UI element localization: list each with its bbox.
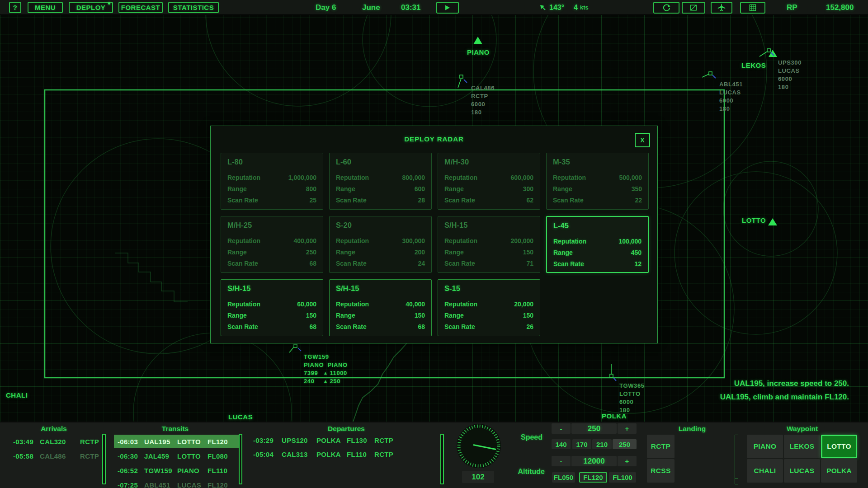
transit-strip-selected[interactable]: -06:03 UAL195 LOTTO FL120 xyxy=(114,435,240,448)
strip-callsign: CAL313 xyxy=(282,450,310,458)
arrival-strip[interactable]: -03:49 CAL320 RCTP xyxy=(13,435,101,448)
stat-value: 60,000 xyxy=(297,300,316,308)
speed-decrease-button[interactable]: - xyxy=(552,423,571,434)
radar-card-sh15a[interactable]: S/H-15 Reputation200,000 Range150 Scan R… xyxy=(438,216,540,273)
radar-name: M/H-25 xyxy=(227,221,316,230)
reputation-points-label: RP xyxy=(787,0,797,15)
speed-value: 250 xyxy=(571,423,617,434)
transit-strip[interactable]: -06:30 JAL459 LOTTO FL080 xyxy=(114,449,240,463)
arrivals-scrollbar[interactable] xyxy=(102,434,106,484)
radar-card-mh30[interactable]: M/H-30 Reputation600,000 Range300 Scan R… xyxy=(438,153,540,210)
datablock-speed: 180 xyxy=(619,406,645,414)
radar-name: S/H-15 xyxy=(336,284,425,293)
reputation-points-value: 152,800 xyxy=(826,0,854,15)
stat-label: Reputation xyxy=(336,174,369,181)
landing-header: Landing xyxy=(647,425,737,433)
stat-value: 450 xyxy=(631,249,642,256)
waypoint-button-piano[interactable]: PIANO xyxy=(747,435,783,458)
aircraft-list-toggle-button[interactable] xyxy=(711,2,732,14)
stat-label: Range xyxy=(227,312,247,319)
datablock-cal486[interactable]: CAL486 RCTP 6000 180 xyxy=(471,84,495,117)
radar-card-s20[interactable]: S-20 Reputation300,000 Range200 Scan Rat… xyxy=(329,216,432,273)
datablock-tgw365[interactable]: TGW365 LOTTO 6000 180 xyxy=(619,382,645,414)
help-button[interactable]: ? xyxy=(9,2,21,13)
menu-button[interactable]: MENU xyxy=(28,2,63,13)
climb-arrow-icon: ▲ xyxy=(323,369,328,377)
stat-value: 68 xyxy=(418,323,425,330)
datablock-callsign: UPS300 xyxy=(778,59,802,67)
radar-card-mh25[interactable]: M/H-25 Reputation400,000 Range250 Scan R… xyxy=(221,216,323,273)
stat-label: Reputation xyxy=(227,300,260,308)
waypoint-button-polka[interactable]: POLKA xyxy=(821,459,857,483)
waypoint-label-lekos: LEKOS xyxy=(741,61,766,69)
speed-increase-button[interactable]: + xyxy=(618,423,637,434)
radar-sweep-toggle-button[interactable] xyxy=(653,2,679,14)
heading-compass[interactable] xyxy=(456,423,501,469)
sector-view-toggle-button[interactable] xyxy=(682,2,705,14)
strip-fl: FL080 xyxy=(208,452,229,460)
arrival-strip[interactable]: -05:58 CAL486 RCTP xyxy=(13,449,101,463)
datablock-dest: LUCAS xyxy=(719,89,743,97)
stat-label: Reputation xyxy=(227,174,260,181)
radar-card-l45[interactable]: L-45 Reputation100,000 Range450 Scan Rat… xyxy=(546,216,649,273)
waypoint-button-lekos[interactable]: LEKOS xyxy=(784,435,820,458)
close-dialog-button[interactable]: X xyxy=(635,133,650,147)
stat-label: Range xyxy=(227,249,247,256)
speed-preset-140[interactable]: 140 xyxy=(552,439,571,449)
radar-card-sh15b[interactable]: S/H-15 Reputation60,000 Range150 Scan Ra… xyxy=(221,279,323,336)
radar-name: S-20 xyxy=(336,221,425,230)
datablock-altitude-row: 7399 ▲ 11000 xyxy=(304,369,348,377)
datablock-ups300[interactable]: UPS300 LUCAS 6000 180 xyxy=(778,59,802,91)
altitude-preset-fl050[interactable]: FL050 xyxy=(552,472,575,483)
grid-toggle-button[interactable] xyxy=(740,2,765,14)
strip-time: -07:25 xyxy=(118,481,138,488)
transit-strip[interactable]: -07:25 ABL451 LUCAS FL120 xyxy=(114,478,240,488)
transits-scrollbar[interactable] xyxy=(239,434,242,484)
speed-preset-210[interactable]: 210 xyxy=(592,439,612,449)
altitude-preset-fl120-selected[interactable]: FL120 xyxy=(579,472,607,483)
stat-label: Range xyxy=(336,185,355,192)
speed-preset-170[interactable]: 170 xyxy=(572,439,591,449)
datablock-abl451[interactable]: ABL451 LUCAS 6000 180 xyxy=(719,80,743,113)
departure-strip[interactable]: -03:29 UPS120 POLKA FL130 RCTP xyxy=(251,434,401,446)
datablock-tgw159[interactable]: TGW159 PIANO PIANO 7399 ▲ 11000 240 ▲ 25… xyxy=(304,353,348,385)
altitude-preset-fl100[interactable]: FL100 xyxy=(609,472,636,483)
stat-label: Range xyxy=(553,249,573,256)
waypoint-button-chali[interactable]: CHALI xyxy=(747,459,783,483)
landing-button-rcss[interactable]: RCSS xyxy=(647,459,675,483)
stat-label: Reputation xyxy=(227,237,260,244)
stat-value: 24 xyxy=(418,260,425,267)
strip-callsign: JAL459 xyxy=(144,452,171,460)
stat-label: Scan Rate xyxy=(227,260,258,267)
altitude-decrease-button[interactable]: - xyxy=(552,456,571,466)
waypoint-button-lotto-selected[interactable]: LOTTO xyxy=(821,435,857,458)
deploy-radar-dialog: DEPLOY RADAR X L-80 Reputation1,000,000 … xyxy=(210,126,658,343)
forecast-button[interactable]: FORECAST xyxy=(118,2,163,13)
stat-value: 1,000,000 xyxy=(288,174,316,181)
datablock-altitude: 6000 xyxy=(619,398,645,406)
stat-label: Scan Rate xyxy=(444,197,475,204)
deploy-button[interactable]: DEPLOY xyxy=(69,2,113,13)
radar-card-m35[interactable]: M-35 Reputation500,000 Range350 Scan Rat… xyxy=(546,153,649,210)
panel-scrollbar[interactable] xyxy=(735,435,738,484)
waypoint-header: Waypoint xyxy=(747,425,858,433)
landing-button-rctp[interactable]: RCTP xyxy=(647,435,675,458)
radar-card-l80[interactable]: L-80 Reputation1,000,000 Range800 Scan R… xyxy=(221,153,323,210)
radar-card-l60[interactable]: L-60 Reputation800,000 Range600 Scan Rat… xyxy=(329,153,432,210)
transits-header: Transits xyxy=(111,425,240,433)
waypoint-button-lucas[interactable]: LUCAS xyxy=(784,459,820,483)
radar-card-sh15c[interactable]: S/H-15 Reputation40,000 Range150 Scan Ra… xyxy=(329,279,432,336)
altitude-increase-button[interactable]: + xyxy=(618,456,637,466)
speed-preset-250-selected[interactable]: 250 xyxy=(613,439,637,449)
play-pause-button[interactable] xyxy=(436,2,459,14)
stat-label: Reputation xyxy=(336,237,369,244)
speed-label: Speed xyxy=(497,433,542,441)
transit-strip[interactable]: -06:52 TGW159 PIANO FL110 xyxy=(114,464,240,477)
departure-strip[interactable]: -05:04 CAL313 POLKA FL110 RCTP xyxy=(251,448,401,460)
stat-value: 800,000 xyxy=(402,174,425,181)
datablock-callsign: TGW365 xyxy=(619,382,645,390)
stat-label: Reputation xyxy=(553,238,586,245)
departures-scrollbar[interactable] xyxy=(440,434,444,484)
statistics-button[interactable]: STATISTICS xyxy=(168,2,219,13)
radar-card-s15[interactable]: S-15 Reputation20,000 Range150 Scan Rate… xyxy=(438,279,540,336)
